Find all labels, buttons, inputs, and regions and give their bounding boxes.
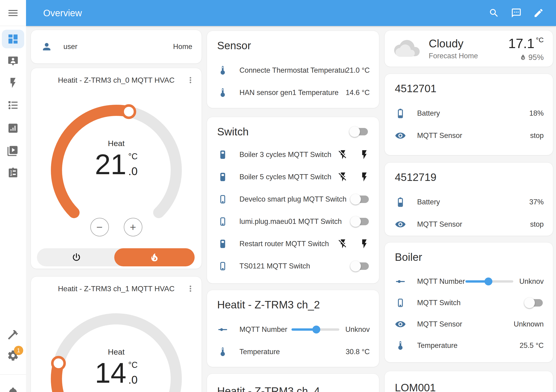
entity-row[interactable]: HAN sensor gen1 Temperature 14.6 °C — [207, 82, 379, 104]
thermometer-icon — [395, 340, 406, 351]
humidity-droplet-icon — [519, 54, 527, 61]
thermometer-icon — [217, 87, 228, 98]
home-assistant-app: 12 1 Overview user Home — [0, 0, 556, 392]
entity-row[interactable]: Restart router MQTT Switch — [207, 233, 379, 255]
search-icon[interactable] — [489, 8, 499, 18]
cloudy-weather-icon — [393, 34, 421, 63]
sidebar-item-settings-icon[interactable]: 1 — [7, 349, 20, 362]
target-temp-int: 14 — [95, 360, 126, 387]
card-title: 4512701 — [385, 74, 553, 97]
sidebar-item-energy-icon[interactable] — [7, 77, 20, 89]
user-location: Home — [173, 43, 192, 51]
mode-off-button[interactable] — [37, 248, 116, 266]
entity-row[interactable]: Battery 37% — [385, 191, 553, 213]
entity-row[interactable]: Develco smart plug MQTT Switch — [207, 188, 379, 210]
number-slider[interactable] — [465, 277, 513, 286]
entity-row[interactable]: Boiler 3 cycles MQTT Switch — [207, 144, 379, 166]
eye-icon — [395, 219, 406, 230]
device-card-4512719: 4512719 Battery 37% MQTT Sensor stop — [384, 162, 553, 236]
sensor-card: Sensor Connecte Thermostat Temperature 2… — [207, 31, 379, 108]
flash-icon[interactable] — [359, 149, 370, 160]
card-menu-icon[interactable] — [185, 75, 196, 85]
entity-row[interactable]: MQTT Number Unknov — [385, 271, 553, 292]
flash-off-icon[interactable] — [338, 238, 348, 249]
edit-pencil-icon[interactable] — [533, 8, 544, 18]
temp-increase-button[interactable]: + — [124, 218, 142, 236]
weather-condition: Cloudy — [429, 37, 478, 50]
temp-unit: °C — [128, 360, 138, 370]
target-temp-int: 21 — [95, 151, 126, 178]
assist-chat-icon[interactable] — [511, 8, 522, 18]
ray-vertex-icon — [217, 324, 228, 335]
smart-plug-icon — [217, 171, 228, 183]
flash-off-icon[interactable] — [338, 172, 348, 182]
entity-row[interactable]: MQTT Number Unknov — [207, 318, 379, 341]
smart-plug-outline-icon — [395, 297, 406, 308]
sidebar-item-overview[interactable] — [7, 32, 20, 46]
app-header: Overview — [26, 0, 556, 26]
flame-icon — [149, 252, 160, 263]
card-title: LOM001 — [385, 371, 553, 392]
thermostat-title: Heatit - Z-TRM3 ch_1 MQTT HVAC — [31, 284, 201, 293]
flash-icon[interactable] — [359, 172, 370, 182]
entity-row[interactable]: Connecte Thermostat Temperature 21.0 °C — [207, 59, 379, 82]
entity-toggle[interactable] — [524, 297, 544, 308]
notifications-bell-icon[interactable] — [7, 386, 20, 392]
temp-unit: °C — [128, 152, 138, 161]
weather-temp-unit: °C — [536, 36, 544, 44]
flash-off-icon[interactable] — [338, 149, 348, 160]
entity-row[interactable]: TS0121 MQTT Switch — [207, 255, 379, 277]
weather-card[interactable]: Cloudy Forecast Home 17.1°C 95% — [384, 30, 553, 67]
smart-plug-outline-icon — [217, 261, 228, 272]
heatit-ch2-card: Heatit - Z-TRM3 ch_2 MQTT Number Unknov — [207, 290, 379, 367]
entity-row[interactable]: Temperature 30.8 °C — [207, 341, 379, 363]
card-title: Boiler — [385, 242, 553, 266]
heatit-ch4-card: Heatit - Z-TRM3 ch_4 — [207, 373, 379, 392]
smart-plug-icon — [217, 149, 228, 160]
entity-toggle[interactable] — [350, 194, 370, 205]
entity-row[interactable]: Boiler 5 cycles MQTT Switch — [207, 166, 379, 188]
sidebar-item-developer-tools-icon[interactable] — [7, 328, 20, 341]
sidebar-item-map-icon[interactable] — [7, 54, 20, 68]
temp-decrease-button[interactable]: − — [90, 218, 109, 236]
hvac-mode-label: Heat — [31, 139, 201, 148]
entity-toggle[interactable] — [350, 216, 370, 227]
sidebar-item-todo-list-icon[interactable]: 12 — [7, 166, 20, 179]
battery-40-icon — [395, 196, 406, 208]
user-name: user — [63, 43, 77, 51]
weather-source: Forecast Home — [429, 52, 478, 60]
entity-row[interactable]: MQTT Sensor stop — [385, 213, 553, 236]
card-title: Switch — [217, 125, 248, 138]
user-entity-card[interactable]: user Home — [31, 30, 202, 64]
mode-heat-button[interactable] — [114, 248, 195, 266]
thermostat-card-ch1: Heatit - Z-TRM3 ch_1 MQTT HVAC Heat 14 °… — [31, 276, 202, 392]
menu-hamburger-icon[interactable] — [7, 7, 20, 20]
sidebar-item-logbook-icon[interactable] — [7, 99, 20, 112]
thermometer-icon — [217, 346, 228, 357]
entity-row[interactable]: Battery 18% — [385, 102, 553, 124]
eye-icon — [395, 130, 406, 141]
thermostat-title: Heatit - Z-TRM3 ch_0 MQTT HVAC — [31, 76, 201, 85]
entity-row[interactable]: lumi.plug.maeu01 MQTT Switch — [207, 210, 379, 233]
weather-temperature: 17.1 — [508, 36, 534, 51]
smart-plug-outline-icon — [217, 194, 228, 205]
sidebar-item-media-browser-icon[interactable] — [7, 144, 20, 157]
card-menu-icon[interactable] — [185, 284, 196, 294]
sidebar-divider — [0, 26, 26, 26]
smart-plug-icon — [217, 238, 228, 249]
switch-group-toggle[interactable] — [349, 126, 369, 137]
target-temp-frac: .0 — [128, 373, 138, 386]
switch-card: Switch Boiler 3 cycles MQTT Switch — [207, 117, 379, 284]
number-slider[interactable] — [292, 325, 339, 334]
sidebar-item-history-icon[interactable] — [7, 122, 20, 135]
flash-icon[interactable] — [359, 238, 370, 249]
entity-row[interactable]: MQTT Switch — [385, 292, 553, 314]
entity-toggle[interactable] — [350, 261, 370, 272]
entity-row[interactable]: Temperature 25.5 °C — [385, 335, 553, 356]
person-icon — [41, 41, 52, 52]
eye-icon — [395, 319, 406, 330]
hvac-mode-selector — [37, 248, 195, 266]
entity-row[interactable]: MQTT Sensor stop — [385, 124, 553, 147]
sidebar-divider — [0, 374, 26, 375]
entity-row[interactable]: MQTT Sensor Unknown — [385, 314, 553, 335]
